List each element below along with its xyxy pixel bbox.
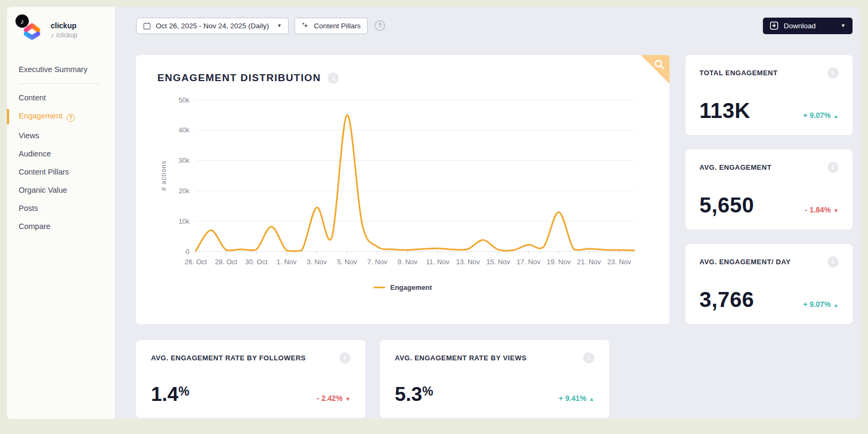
sidebar-item-compare[interactable]: Compare	[19, 217, 106, 235]
sidebar-item-engagement[interactable]: Engagement?	[19, 107, 106, 127]
toolbar: Oct 26, 2025 - Nov 24, 2025 (Daily) ▼ Co…	[136, 18, 853, 34]
card-label: AVG. ENGAGEMENT	[699, 162, 771, 171]
account-name: clickup	[51, 21, 77, 30]
engagement-rate-followers-card: AVG. ENGAGEMENT RATE BY FOLLOWERS i 1.4%…	[136, 340, 365, 418]
date-range-text: Oct 26, 2025 - Nov 24, 2025 (Daily)	[156, 22, 269, 30]
magnifier-icon	[654, 59, 666, 71]
info-icon[interactable]: i	[328, 73, 339, 84]
tiktok-platform-icon: ♪	[15, 14, 29, 28]
engagement-line	[196, 115, 634, 251]
x-tick-label: 19. Nov	[547, 258, 571, 266]
app-frame: ♪ clickup ♪	[7, 7, 861, 419]
sidebar-item-content-pillars[interactable]: Content Pillars	[19, 163, 106, 181]
download-icon	[770, 21, 778, 30]
chevron-down-icon: ▼	[277, 23, 282, 28]
engagement-chart[interactable]: 010k20k30k40k50k26. Oct28. Oct30. Oct1. …	[157, 91, 648, 283]
card-value: 5,650	[699, 193, 754, 217]
y-axis-label: # actions	[160, 160, 168, 191]
account-handle: ♪ /clickup	[51, 31, 77, 39]
content-pillars-button[interactable]: Content Pillars	[294, 18, 368, 34]
download-button[interactable]: Download ▼	[763, 18, 853, 34]
sidebar-item-content[interactable]: Content	[19, 89, 106, 107]
card-value: 1.4%	[151, 383, 189, 406]
nav-divider	[19, 83, 100, 84]
expand-chart-button[interactable]	[641, 55, 670, 84]
card-label: AVG. ENGAGEMENT RATE BY FOLLOWERS	[151, 352, 306, 362]
sidebar: ♪ clickup ♪	[7, 7, 115, 419]
x-tick-label: 26. Oct	[185, 258, 207, 266]
avg-engagement-day-card: AVG. ENGAGEMENT/ DAY i 3,766 + 9.07%▲	[686, 244, 853, 324]
download-label: Download	[784, 22, 816, 30]
info-icon[interactable]: i	[827, 256, 839, 267]
sidebar-nav: Executive Summary Content Engagement? Vi…	[19, 60, 115, 235]
x-tick-label: 13. Nov	[456, 258, 480, 266]
trend-badge: + 9.07%▲	[803, 111, 839, 120]
x-tick-label: 1. Nov	[276, 258, 297, 266]
help-icon[interactable]: ?	[375, 20, 385, 31]
content-pillars-label: Content Pillars	[314, 22, 361, 30]
y-tick-label: 10k	[179, 218, 190, 225]
chart-legend: Engagement	[157, 283, 648, 291]
x-tick-label: 15. Nov	[486, 258, 510, 266]
trend-badge: + 9.07%▲	[803, 300, 839, 309]
x-tick-label: 28. Oct	[215, 258, 237, 266]
info-icon[interactable]: i	[339, 352, 351, 364]
card-value: 5.3%	[395, 383, 433, 406]
main-canvas: Oct 26, 2025 - Nov 24, 2025 (Daily) ▼ Co…	[115, 7, 861, 419]
trend-arrow-icon: ▼	[345, 396, 351, 402]
info-icon[interactable]: i	[583, 352, 594, 364]
tiktok-note-icon: ♪	[51, 31, 54, 39]
legend-line-swatch	[373, 287, 385, 288]
download-caret-icon[interactable]: ▼	[841, 23, 846, 28]
trend-badge: - 2.42%▼	[317, 394, 351, 403]
sidebar-item-views[interactable]: Views	[19, 127, 106, 145]
x-tick-label: 30. Oct	[245, 258, 267, 266]
legend-label: Engagement	[390, 283, 432, 291]
trend-arrow-icon: ▼	[833, 208, 839, 214]
x-tick-label: 21. Nov	[577, 258, 601, 266]
y-tick-label: 0	[186, 248, 189, 256]
account-handle-text: /clickup	[56, 31, 77, 39]
card-label: AVG. ENGAGEMENT RATE BY VIEWS	[395, 352, 527, 362]
trend-arrow-icon: ▲	[589, 396, 594, 402]
sparkle-icon	[301, 22, 309, 29]
info-icon[interactable]: i	[827, 67, 839, 78]
x-tick-label: 7. Nov	[367, 258, 387, 266]
info-icon[interactable]: i	[827, 162, 839, 173]
y-tick-label: 50k	[179, 97, 190, 104]
sidebar-item-posts[interactable]: Posts	[19, 199, 106, 217]
trend-badge: + 9.41%▲	[559, 394, 594, 403]
x-tick-label: 17. Nov	[516, 258, 540, 266]
calendar-icon	[143, 22, 151, 30]
x-tick-label: 23. Nov	[607, 258, 631, 266]
avg-engagement-card: AVG. ENGAGEMENT i 5,650 - 1.84%▼	[686, 149, 853, 230]
y-tick-label: 40k	[179, 127, 190, 134]
x-tick-label: 9. Nov	[397, 258, 418, 266]
x-tick-label: 3. Nov	[307, 258, 327, 266]
card-label: AVG. ENGAGEMENT/ DAY	[699, 256, 791, 266]
card-value: 113K	[699, 99, 750, 123]
engagement-help-icon[interactable]: ?	[67, 114, 75, 122]
sidebar-item-audience[interactable]: Audience	[19, 145, 106, 163]
trend-arrow-icon: ▲	[833, 113, 839, 119]
chart-title: ENGAGEMENT DISTRIBUTION	[157, 72, 321, 84]
date-range-picker[interactable]: Oct 26, 2025 - Nov 24, 2025 (Daily) ▼	[136, 18, 289, 34]
account-info: clickup ♪ /clickup	[51, 21, 77, 39]
total-engagement-card: TOTAL ENGAGEMENT i 113K + 9.07%▲	[686, 55, 853, 135]
account-header: ♪ clickup ♪	[19, 18, 115, 42]
x-tick-label: 5. Nov	[337, 258, 357, 266]
y-tick-label: 30k	[179, 157, 190, 164]
engagement-rate-views-card: AVG. ENGAGEMENT RATE BY VIEWS i 5.3% + 9…	[380, 340, 609, 418]
sidebar-item-organic-value[interactable]: Organic Value	[19, 181, 106, 199]
y-tick-label: 20k	[179, 187, 190, 195]
trend-arrow-icon: ▲	[833, 302, 839, 308]
trend-badge: - 1.84%▼	[805, 206, 839, 214]
card-label: TOTAL ENGAGEMENT	[699, 67, 778, 77]
engagement-distribution-card: ENGAGEMENT DISTRIBUTION i 010k20k30k40k5…	[136, 55, 670, 324]
account-logo: ♪	[19, 18, 44, 42]
x-tick-label: 11. Nov	[426, 258, 450, 266]
card-value: 3,766	[699, 288, 754, 312]
sidebar-item-label: Engagement	[19, 112, 62, 120]
sidebar-item-executive-summary[interactable]: Executive Summary	[19, 60, 106, 78]
